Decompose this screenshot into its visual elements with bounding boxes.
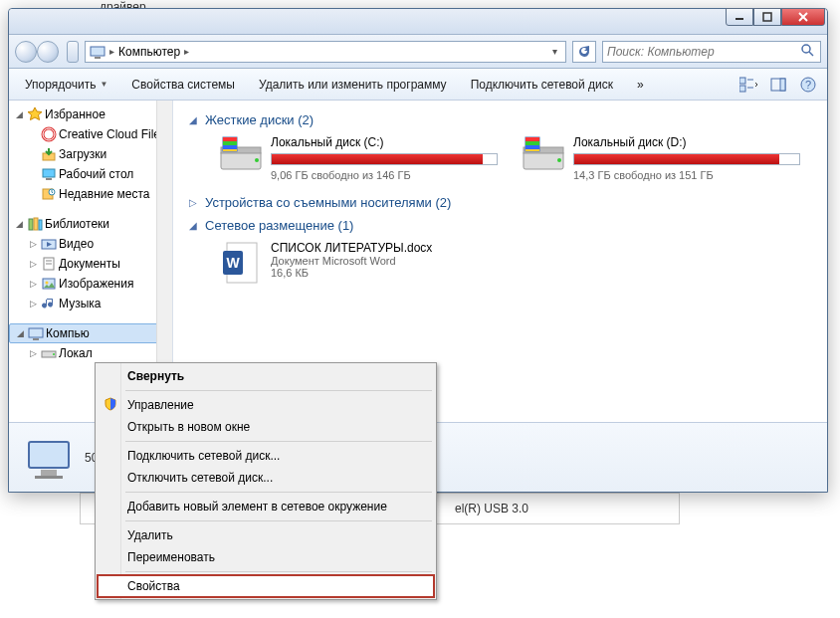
context-menu-item[interactable]: Свойства (98, 575, 434, 597)
breadcrumb-label[interactable]: Компьютер (118, 45, 180, 59)
menu-item-label: Открыть в новом окне (127, 420, 250, 434)
context-menu-item[interactable]: Управление (98, 394, 434, 416)
context-menu-item[interactable]: Открыть в новом окне (98, 416, 434, 438)
library-item-label: Видео (59, 237, 94, 251)
favorite-item-label: Загрузки (59, 147, 106, 161)
svg-point-32 (46, 282, 49, 285)
section-network[interactable]: ◢Сетевое размещение (1) (189, 218, 811, 233)
bg-usb-text: el(R) USB 3.0 (455, 502, 663, 515)
menu-separator (125, 390, 432, 391)
hard-drive-icon (219, 135, 263, 175)
svg-text:W: W (226, 255, 240, 271)
maximize-button[interactable] (753, 8, 781, 26)
svg-rect-23 (29, 219, 33, 230)
svg-rect-51 (525, 145, 539, 149)
search-input[interactable] (607, 45, 798, 59)
computer-icon (90, 44, 105, 60)
hard-drives-title: Жесткие диски (2) (205, 112, 314, 127)
menu-item-label: Отключить сетевой диск... (127, 471, 273, 485)
drive-capacity-bar (573, 153, 800, 165)
chevron-right-icon: ▸ (184, 46, 189, 57)
libraries-icon (27, 216, 43, 232)
svg-rect-24 (34, 218, 38, 230)
context-menu-item[interactable]: Переименовать (98, 546, 434, 568)
preview-pane-button[interactable] (767, 74, 789, 96)
library-item-label: Музыка (59, 297, 101, 310)
context-menu-item[interactable]: Удалить (98, 524, 434, 546)
context-menu-item[interactable]: Добавить новый элемент в сетевое окружен… (98, 496, 434, 517)
menu-item-label: Добавить новый элемент в сетевое окружен… (127, 500, 387, 514)
sidebar-item-library[interactable]: ▷ Музыка (9, 294, 172, 313)
breadcrumb[interactable]: ▸ Компьютер ▸ ▾ (85, 41, 566, 63)
system-properties-button[interactable]: Свойства системы (123, 74, 243, 96)
minimize-button[interactable] (726, 8, 753, 26)
svg-rect-25 (39, 220, 42, 230)
favorites-group[interactable]: ◢ Избранное (9, 104, 172, 124)
drive-item[interactable]: Локальный диск (C:) 9,06 ГБ свободно из … (219, 135, 498, 181)
sidebar-item-library[interactable]: ▷ Видео (9, 234, 172, 254)
shield-icon (102, 397, 119, 414)
svg-line-7 (809, 52, 813, 56)
svg-point-6 (802, 45, 810, 53)
library-item-icon (41, 276, 57, 292)
svg-rect-8 (739, 78, 745, 84)
menu-item-label: Свойства (127, 579, 180, 593)
sidebar-item-favorite[interactable]: Рабочий стол (9, 164, 172, 184)
help-button[interactable]: ? (797, 74, 819, 96)
libraries-label: Библиотеки (45, 217, 109, 231)
sidebar-item-computer[interactable]: ◢ Компью (9, 323, 172, 343)
nav-history-dropdown[interactable] (67, 41, 79, 63)
svg-rect-52 (525, 149, 539, 151)
address-bar-row: ▸ Компьютер ▸ ▾ (9, 35, 827, 69)
favorites-label: Избранное (45, 107, 105, 121)
section-removable[interactable]: ▷Устройства со съемными носителями (2) (189, 195, 811, 210)
nav-forward-button[interactable] (37, 41, 59, 63)
drive-item[interactable]: Локальный диск (D:) 14,3 ГБ свободно из … (522, 135, 800, 181)
drive-name: Локальный диск (D:) (573, 135, 800, 149)
star-icon (27, 106, 43, 122)
titlebar (9, 9, 827, 35)
network-file-item[interactable]: W СПИСОК ЛИТЕРАТУРЫ.docx Документ Micros… (219, 241, 811, 285)
context-menu-item[interactable]: Свернуть (98, 365, 434, 387)
drive-icon (41, 345, 57, 361)
view-options-button[interactable] (737, 74, 759, 96)
section-hard-drives[interactable]: ◢Жесткие диски (2) (189, 112, 811, 127)
sidebar-item-favorite[interactable]: Creative Cloud Files (9, 124, 172, 144)
svg-point-39 (255, 158, 259, 162)
nav-back-button[interactable] (15, 41, 37, 63)
menu-separator (125, 492, 432, 493)
drive-capacity-bar (271, 153, 498, 165)
svg-rect-57 (41, 470, 57, 476)
search-box[interactable] (602, 41, 821, 63)
toolbar-overflow[interactable]: » (629, 74, 652, 96)
network-title: Сетевое размещение (1) (205, 218, 353, 233)
svg-rect-13 (780, 79, 785, 91)
svg-rect-41 (223, 137, 237, 141)
context-menu-item[interactable]: Подключить сетевой диск... (98, 445, 434, 467)
svg-rect-34 (33, 338, 39, 340)
organize-button[interactable]: Упорядочить▼ (17, 74, 115, 96)
sidebar-item-library[interactable]: ▷ Документы (9, 254, 172, 274)
breadcrumb-dropdown[interactable]: ▾ (547, 46, 561, 57)
svg-rect-33 (29, 328, 43, 337)
sidebar-item-favorite[interactable]: Недавние места (9, 184, 172, 204)
refresh-button[interactable] (572, 41, 596, 63)
computer-icon (28, 325, 44, 341)
library-item-label: Документы (59, 257, 120, 271)
menu-separator (125, 441, 432, 442)
svg-rect-56 (29, 442, 69, 468)
svg-rect-9 (739, 86, 745, 92)
sidebar-item-favorite[interactable]: Загрузки (9, 144, 172, 164)
context-menu-item[interactable]: Отключить сетевой диск... (98, 467, 434, 489)
uninstall-button[interactable]: Удалить или изменить программу (251, 74, 455, 96)
sidebar-item-library[interactable]: ▷ Изображения (9, 274, 172, 294)
close-button[interactable] (781, 8, 825, 26)
map-network-drive-button[interactable]: Подключить сетевой диск (463, 74, 621, 96)
sidebar-item-local-disk[interactable]: ▷ Локал (9, 343, 172, 363)
search-icon[interactable] (798, 43, 816, 61)
menu-item-label: Переименовать (127, 550, 215, 564)
file-size: 16,6 КБ (271, 267, 432, 279)
svg-rect-44 (223, 149, 237, 151)
libraries-group[interactable]: ◢ Библиотеки (9, 214, 172, 234)
svg-rect-49 (525, 137, 539, 141)
